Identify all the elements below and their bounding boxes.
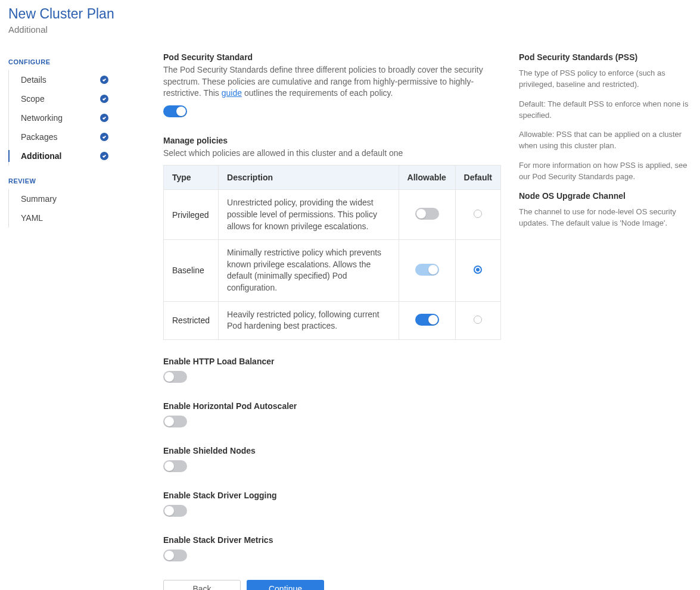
info-node-p1: The channel to use for node-level OS sec… bbox=[519, 207, 692, 229]
pss-guide-link[interactable]: guide bbox=[222, 88, 242, 98]
info-pss-p1: The type of PSS policy to enforce (such … bbox=[519, 68, 692, 90]
sidebar-heading-review: REVIEW bbox=[8, 177, 145, 185]
http_lb-label: Enable HTTP Load Balancer bbox=[163, 357, 501, 366]
info-pss-p4: For more information on how PSS is appli… bbox=[519, 160, 692, 183]
check-icon bbox=[100, 76, 108, 84]
policy-type: Baseline bbox=[164, 240, 219, 301]
check-icon bbox=[100, 95, 108, 103]
sidebar-item-label: Networking bbox=[21, 113, 63, 123]
allowable-toggle[interactable] bbox=[415, 314, 439, 326]
sidebar-item-label: Details bbox=[21, 75, 46, 85]
sidebar-item-label: Summary bbox=[21, 194, 57, 204]
info-pss-p2: Default: The default PSS to enforce when… bbox=[519, 99, 692, 121]
info-panel: Pod Security Standards (PSS) The type of… bbox=[519, 52, 692, 590]
allowable-toggle[interactable] bbox=[415, 264, 439, 276]
sidebar: CONFIGURE DetailsScopeNetworkingPackages… bbox=[8, 52, 145, 590]
hpa-label: Enable Horizontal Pod Autoscaler bbox=[163, 401, 501, 411]
sd_logging-label: Enable Stack Driver Logging bbox=[163, 491, 501, 500]
sidebar-item-networking[interactable]: Networking bbox=[9, 108, 145, 127]
sidebar-item-label: Scope bbox=[21, 94, 45, 104]
default-radio[interactable] bbox=[474, 266, 482, 274]
manage-policies-title: Manage policies bbox=[163, 136, 501, 145]
th-type: Type bbox=[164, 166, 219, 190]
sidebar-heading-configure: CONFIGURE bbox=[8, 58, 145, 65]
sidebar-item-additional[interactable]: Additional bbox=[9, 146, 145, 166]
sidebar-item-label: YAML bbox=[21, 213, 43, 223]
th-allowable: Allowable bbox=[399, 166, 455, 190]
shielded-label: Enable Shielded Nodes bbox=[163, 446, 501, 455]
sidebar-item-details[interactable]: Details bbox=[9, 70, 145, 89]
info-pss-p3: Allowable: PSS that can be applied on a … bbox=[519, 129, 692, 152]
sidebar-item-label: Packages bbox=[21, 132, 57, 142]
sidebar-item-summary[interactable]: Summary bbox=[9, 189, 145, 208]
manage-policies-desc: Select which policies are allowed in thi… bbox=[163, 148, 501, 160]
th-description: Description bbox=[219, 166, 399, 190]
page-title: New Cluster Plan bbox=[8, 6, 692, 22]
table-row: BaselineMinimally restrictive policy whi… bbox=[164, 240, 501, 301]
pss-title: Pod Security Standard bbox=[163, 52, 501, 62]
policy-description: Minimally restrictive policy which preve… bbox=[219, 240, 399, 301]
table-row: RestrictedHeavily restricted policy, fol… bbox=[164, 301, 501, 339]
check-icon bbox=[100, 114, 108, 122]
sidebar-item-scope[interactable]: Scope bbox=[9, 89, 145, 108]
pss-description: The Pod Security Standards define three … bbox=[163, 64, 501, 99]
continue-button[interactable]: Continue bbox=[247, 580, 324, 590]
sidebar-item-packages[interactable]: Packages bbox=[9, 127, 145, 146]
policy-description: Heavily restricted policy, following cur… bbox=[219, 301, 399, 339]
info-node-title: Node OS Upgrade Channel bbox=[519, 191, 692, 201]
main-content: Pod Security Standard The Pod Security S… bbox=[163, 52, 501, 590]
allowable-toggle[interactable] bbox=[415, 208, 439, 220]
sidebar-item-label: Additional bbox=[21, 151, 61, 161]
default-radio[interactable] bbox=[474, 210, 482, 218]
pss-toggle[interactable] bbox=[163, 105, 187, 117]
sidebar-item-yaml[interactable]: YAML bbox=[9, 208, 145, 227]
policy-description: Unrestricted policy, providing the wides… bbox=[219, 190, 399, 240]
sd_metrics-toggle[interactable] bbox=[163, 550, 187, 561]
policy-type: Restricted bbox=[164, 301, 219, 339]
info-pss-title: Pod Security Standards (PSS) bbox=[519, 52, 692, 62]
back-button[interactable]: Back bbox=[163, 580, 241, 590]
hpa-toggle[interactable] bbox=[163, 416, 187, 427]
sd_logging-toggle[interactable] bbox=[163, 505, 187, 517]
policies-table: Type Description Allowable Default Privi… bbox=[163, 165, 501, 339]
sd_metrics-label: Enable Stack Driver Metrics bbox=[163, 535, 501, 545]
th-default: Default bbox=[455, 166, 500, 190]
shielded-toggle[interactable] bbox=[163, 460, 187, 472]
table-row: PrivilegedUnrestricted policy, providing… bbox=[164, 190, 501, 240]
default-radio[interactable] bbox=[474, 316, 482, 324]
policy-type: Privileged bbox=[164, 190, 219, 240]
check-icon bbox=[100, 152, 108, 160]
http_lb-toggle[interactable] bbox=[163, 371, 187, 383]
check-icon bbox=[100, 133, 108, 141]
page-subtitle: Additional bbox=[8, 24, 692, 35]
